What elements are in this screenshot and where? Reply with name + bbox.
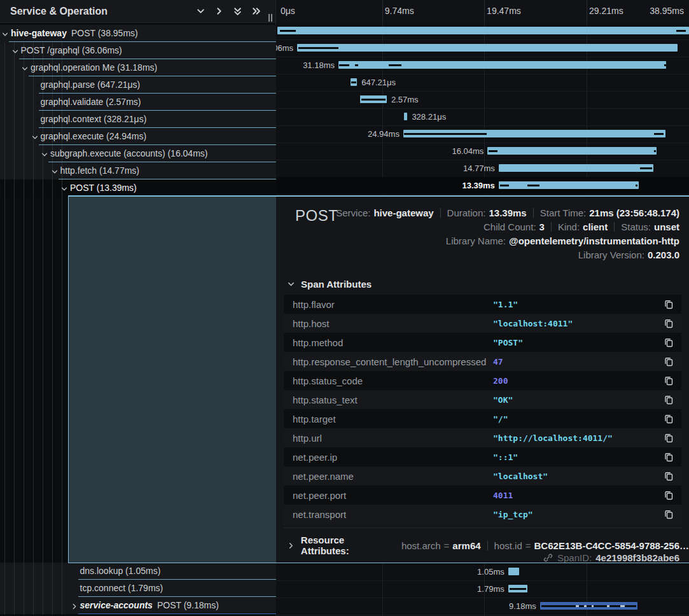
timeline-bar-row[interactable]: 24.94ms [276,125,689,143]
collapse-one-icon[interactable] [195,6,206,17]
span-metadata: Service:hive-gatewayDuration:13.39msStar… [336,206,679,262]
timeline-bar-row[interactable] [276,22,689,40]
duration-label: 1.05ms [477,563,505,580]
operation-name: POST /graphql (36.06ms) [21,45,122,55]
timeline-bar-row[interactable]: 2.57ms [276,91,689,109]
child-span-notch [500,185,509,186]
copy-icon[interactable] [664,509,674,519]
timeline-bar-row[interactable]: 31.18ms [276,57,689,74]
metadata-item: Service:hive-gateway [336,207,433,218]
copy-icon[interactable] [664,299,674,309]
attribute-key: net.transport [293,509,493,520]
metadata-separator [533,208,534,218]
expander-icon[interactable] [41,150,48,157]
copy-icon[interactable] [664,490,674,500]
span-tree-row[interactable]: dns.lookup (1.05ms) [0,563,276,580]
span-duration-bar[interactable] [499,181,639,189]
attribute-row: http.status_code 200 [284,371,681,390]
duration-label: 647.21μs [361,74,396,91]
span-duration-bar[interactable] [277,27,689,34]
copy-icon[interactable] [664,395,674,405]
span-id-row: SpanID: 4e21998f3b82abe6 [543,552,679,563]
expand-all-icon[interactable] [250,6,261,17]
attribute-key: net.peer.ip [293,452,493,463]
copy-icon[interactable] [664,433,674,443]
operation-name: graphql.operation Me (31.18ms) [31,62,157,73]
expander-icon[interactable] [11,46,19,54]
timeline-bar-row[interactable]: 328.21μs [276,108,689,126]
expander-icon[interactable] [60,184,68,192]
copy-icon[interactable] [664,452,674,462]
timeline-bar-row[interactable]: 16.04ms [276,143,689,160]
link-icon [543,553,553,563]
span-tree-row[interactable]: POST (13.39ms) [0,179,276,197]
metadata-item: Child Count:3 [484,221,545,232]
span-tree-row[interactable]: subgraph.execute (accounts) (16.04ms) [0,145,276,162]
span-tree-row[interactable]: graphql.validate (2.57ms) [0,94,276,111]
selected-span-block [68,197,277,563]
attribute-key: http.host [293,318,493,329]
copy-icon[interactable] [664,337,674,347]
span-tree-header: Service & Operation [0,0,276,23]
span-duration-bar[interactable] [487,147,657,155]
timeline-bar-row[interactable]: 14.77ms [276,160,689,178]
copy-icon[interactable] [664,356,674,367]
timeline-bar-row[interactable]: 1.05ms [276,563,689,581]
child-span-notch [676,30,686,32]
span-row-underline [48,162,276,162]
expand-one-icon[interactable] [213,6,225,17]
timeline-bar-row[interactable]: 1.79ms [276,580,689,598]
expander-icon[interactable] [31,132,39,140]
span-tree-row[interactable]: graphql.parse (647.21μs) [0,76,276,94]
span-duration-bar[interactable] [404,113,407,120]
span-tree-row[interactable]: tcp.connect (1.79ms) [0,580,276,597]
span-duration-bar[interactable] [508,568,520,575]
timeline-bar-row[interactable]: 9.18ms [276,598,689,615]
span-tree-row[interactable]: graphql.context (328.21μs) [0,111,276,128]
expander-icon[interactable] [21,64,29,71]
copy-icon[interactable] [664,414,674,424]
metadata-item: Library Version:0.203.0 [578,249,679,260]
span-duration-bar[interactable] [338,61,666,69]
timeline-bar-row[interactable]: 36.06ms [276,39,689,57]
section-divider [284,528,681,528]
span-attributes-header[interactable]: Span Attributes [287,279,372,290]
span-tree-row[interactable]: graphql.operation Me (31.18ms) [0,59,276,76]
span-id-label: SpanID: [557,552,592,563]
span-duration-bar[interactable] [297,44,678,52]
expander-icon[interactable] [71,601,78,609]
copy-icon[interactable] [664,375,674,386]
span-attributes-title: Span Attributes [301,279,372,290]
expander-icon[interactable] [1,29,9,37]
attribute-row: http.response_content_length_uncompresse… [284,352,681,371]
timeline-bar-row[interactable]: 647.21μs [276,74,689,92]
panel-resize-handle[interactable] [268,14,274,22]
resource-attribute-item: host.arch=arm64 [401,540,481,551]
span-duration-bar[interactable] [499,164,653,172]
child-span-notch [636,185,637,186]
attribute-key: http.target [293,414,493,424]
metadata-item: Start Time:21ms (23:56:48.174) [540,207,679,218]
attribute-key: http.response_content_length_uncompresse… [293,356,493,367]
attribute-key: http.status_text [293,395,493,405]
copy-icon[interactable] [664,471,674,481]
timeline-tick: 19.47ms [487,0,521,22]
span-tree-row[interactable]: POST /graphql (36.06ms) [0,42,276,59]
span-tree-row[interactable]: http.fetch (14.77ms) [0,162,276,179]
child-span-notch [640,167,652,169]
collapse-all-icon[interactable] [232,6,243,17]
span-tree-row[interactable]: graphql.execute (24.94ms) [0,128,276,145]
metadata-line: Library Name:@opentelemetry/instrumentat… [336,234,679,248]
duration-label: 31.18ms [303,57,335,74]
span-tree-row[interactable]: service-accountsPOST (9.18ms) [0,597,276,614]
grandchild-span-tick [607,605,609,607]
operation-name: subgraph.execute (accounts) (16.04ms) [50,148,207,158]
duration-label: 9.18ms [509,598,536,615]
attribute-row: http.method "POST" [284,333,681,352]
expander-icon[interactable] [51,167,59,174]
span-tree-row[interactable]: hive-gatewayPOST (38.95ms) [0,25,276,42]
timeline-bar-row[interactable]: 13.39ms [276,177,689,195]
copy-icon[interactable] [664,318,674,328]
attribute-value: "POST" [493,338,523,347]
child-span-notch [489,150,498,152]
